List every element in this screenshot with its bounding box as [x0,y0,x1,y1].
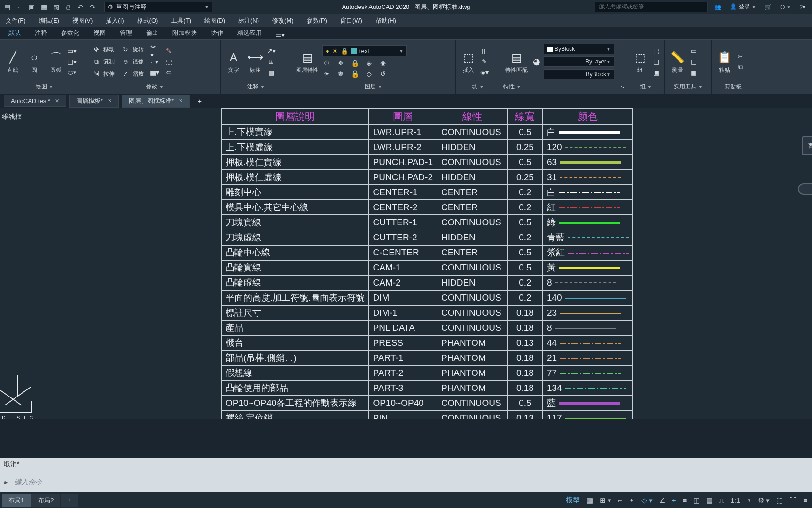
offset-icon[interactable]: ⊂ [164,68,173,77]
drawing-canvas[interactable]: 维线框 西 · D E S I G N 圖層說明圖層線性線寬颜色 上.下模實線L… [0,108,812,419]
copy-button[interactable]: ⧉复制 [92,57,115,66]
command-input[interactable]: ▸_键入命令 [0,472,812,492]
layer-prev-icon[interactable]: ↺ [379,70,387,78]
dimension-button[interactable]: ⟷标注 [245,48,265,75]
menu-item[interactable]: 工具(T) [171,16,191,25]
menu-item[interactable]: 帮助(H) [375,16,396,25]
rotate-button[interactable]: ↻旋转 [121,45,144,54]
document-tab[interactable]: 图层、图框标准*✕ [122,95,190,108]
close-icon[interactable]: ✕ [108,98,112,104]
ungroup-icon[interactable]: ⬚ [652,47,660,55]
measure-button[interactable]: 📏测量 [668,48,687,75]
layer-freeze-icon[interactable]: ❄ [336,59,345,67]
model-button[interactable]: 模型 [566,496,580,505]
menu-item[interactable]: 修改(M) [272,16,294,25]
layout-tab[interactable]: 布局2 [31,494,60,507]
grid2-icon[interactable]: ⊞ ▾ [600,496,611,505]
new-icon[interactable]: ▫ [15,3,23,11]
layer-off-icon[interactable]: ☉ [322,59,331,67]
menu-item[interactable]: 视图(V) [72,16,93,25]
save-icon[interactable]: ▦ [39,3,48,11]
search-input[interactable]: 键入关键词或短语 [595,2,708,12]
group-edit-icon[interactable]: ◫ [652,57,660,66]
tpy-icon[interactable]: ◫ [693,496,700,505]
layer-match-icon[interactable]: ◉ [379,59,387,67]
linetype-dropdown[interactable]: ByLayer▼ [544,56,614,67]
saveas-icon[interactable]: ▧ [52,3,60,11]
table2-icon[interactable]: ▦ [267,68,275,77]
close-icon[interactable]: ✕ [179,98,183,104]
otrack-icon[interactable]: ∠ [659,496,665,505]
new-tab-button[interactable]: + [195,97,204,105]
signin-button[interactable]: 👤 登录 ▼ [730,3,756,11]
color-wheel-icon[interactable]: ◕ [531,53,542,71]
attr-icon[interactable]: ◈▾ [480,68,489,77]
trim-icon[interactable]: ✂▾ [150,47,159,55]
menu-item[interactable]: 窗口(W) [340,16,362,25]
infocenter-icon[interactable]: 👥 [714,4,721,10]
paste-button[interactable]: 📋粘贴 [715,48,734,75]
group-bbox-icon[interactable]: ▣ [652,68,660,77]
menu-item[interactable]: 插入(I) [106,16,124,25]
ribbon-tab[interactable]: 管理 [113,27,139,39]
menu-item[interactable]: 绘图(D) [204,16,225,25]
fillet-icon[interactable]: ⌐▾ [150,57,159,66]
leader-icon[interactable]: ↗▾ [267,47,275,55]
qp-icon[interactable]: ▤ [706,496,713,505]
document-tab[interactable]: 圖層模板*✕ [69,95,119,108]
a360-icon[interactable]: ⬡ ▼ [780,4,791,10]
workspace-dropdown[interactable]: ⚙草图与注释 ▼ [104,2,212,12]
ribbon-tab[interactable]: 精选应用 [231,27,268,39]
menu-item[interactable]: 参数(P) [307,16,327,25]
help-icon[interactable]: ?▾ [799,4,805,10]
lwt-icon[interactable]: ≡ [683,496,687,504]
plot-icon[interactable]: ⎙ [64,3,72,11]
menu-item[interactable]: 标注(N) [238,16,259,25]
navbar-widget[interactable] [798,183,812,195]
copy-clip-icon[interactable]: ⧉ [736,63,745,71]
menu-item[interactable]: 格式(O) [137,16,158,25]
layer-on-icon[interactable]: ☀ [322,70,331,78]
rect-icon[interactable]: ▭▾ [68,47,76,55]
undo-icon[interactable]: ↶ [76,3,85,11]
add-layout-button[interactable]: + [61,494,78,507]
ribbon-tab[interactable]: 附加模块 [166,27,203,39]
layer-thaw-icon[interactable]: ❅ [336,70,345,78]
ortho-icon[interactable]: ⌐ [618,496,622,504]
document-tab[interactable]: AutoCAD test*✕ [4,95,66,107]
explode-icon[interactable]: ⬚ [164,57,173,66]
custom-icon[interactable]: ≡ [803,496,807,504]
ribbon-tab[interactable]: 默认 [2,27,27,39]
text-button[interactable]: A文字 [224,48,243,75]
sc-icon[interactable]: ⎍ [719,496,724,504]
edit-block-icon[interactable]: ✎ [480,57,489,66]
ribbon-tab[interactable]: 输出 [140,27,165,39]
grid-icon[interactable]: ▦ [586,496,593,505]
redo-icon[interactable]: ↷ [88,3,97,11]
erase-icon[interactable]: ✎ [164,47,173,55]
ribbon-tab[interactable]: 协作 [204,27,230,39]
arc-button[interactable]: ⌒圆弧 [46,48,66,75]
menu-item[interactable]: 编辑(E) [39,16,59,25]
lineweight-dropdown[interactable]: ByBlock▼ [544,69,614,79]
exchange-icon[interactable]: 🛒 [765,4,772,10]
osnap-icon[interactable]: ◇ ▾ [641,496,653,505]
qselect-icon[interactable]: ◫ [689,57,698,66]
ribbon-tab[interactable]: 视图 [87,27,112,39]
color-dropdown[interactable]: ByBlock▼ [544,44,614,54]
hatch-icon[interactable]: ◫▾ [68,57,76,66]
create-block-icon[interactable]: ◫ [480,47,489,55]
matchprop-button[interactable]: ▤特性匹配 [503,48,530,75]
insert-button[interactable]: ⬚插入 [459,48,478,75]
table-icon[interactable]: ⊞ [267,57,275,66]
layer-props-button[interactable]: ▤图层特性 [294,48,320,75]
line-button[interactable]: ╱直线 [3,48,23,75]
layout-tab[interactable]: 布局1 [2,494,31,507]
gear-status-icon[interactable]: ⚙ ▾ [758,496,770,505]
move-button[interactable]: ✥移动 [92,45,115,54]
app-menu-icon[interactable]: ▤ [3,3,11,11]
layer-iso-icon[interactable]: ◈ [365,59,373,67]
select-icon[interactable]: ▭ [689,47,698,55]
array-icon[interactable]: ▦▾ [150,68,159,77]
iso-icon[interactable]: ⬚ [776,496,783,505]
